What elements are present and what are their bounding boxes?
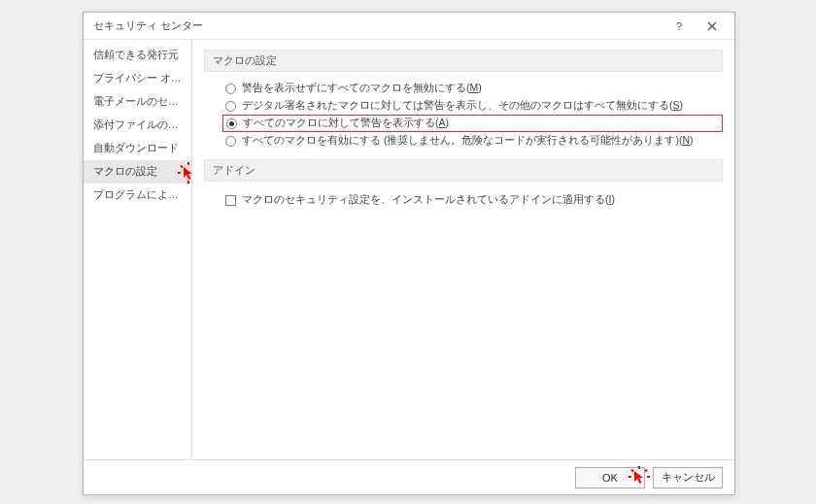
sidebar-item-email-security[interactable]: 電子メールのセキュリティ — [84, 90, 191, 114]
annotation-cursor-ok — [629, 466, 650, 487]
svg-rect-15 — [644, 468, 648, 472]
content-pane: マクロの設定 警告を表示せずにすべてのマクロを無効にする(M) デジタル署名され… — [192, 40, 734, 459]
help-button[interactable]: ? — [663, 14, 696, 39]
close-button[interactable] — [696, 14, 729, 39]
sidebar-item-attachment-handling[interactable]: 添付ファイルの取り扱い — [84, 114, 191, 137]
sidebar-item-macro-settings[interactable]: マクロの設定 — [84, 160, 191, 184]
macro-option-disable-no-warn[interactable]: 警告を表示せずにすべてのマクロを無効にする(M) — [225, 80, 723, 97]
svg-rect-11 — [638, 466, 640, 469]
svg-rect-4 — [187, 162, 189, 165]
sidebar-item-privacy-options[interactable]: プライバシー オプション — [84, 67, 191, 90]
ok-button-label: OK — [602, 472, 618, 484]
close-icon — [707, 21, 717, 31]
titlebar: セキュリティ センター ? — [84, 13, 734, 40]
dialog-body: 信頼できる発行元 プライバシー オプション 電子メールのセキュリティ 添付ファイ… — [84, 40, 734, 459]
macro-section-title: マクロの設定 — [204, 50, 723, 72]
sidebar-item-label: 添付ファイルの取り扱い — [93, 118, 191, 130]
radio-icon — [226, 118, 237, 129]
cancel-button-label: キャンセル — [662, 470, 715, 485]
sidebar-item-label: 電子メールのセキュリティ — [93, 95, 191, 107]
svg-marker-10 — [634, 471, 643, 484]
sidebar-item-trusted-publishers[interactable]: 信頼できる発行元 — [84, 44, 191, 67]
sidebar-item-automatic-download[interactable]: 自動ダウンロード — [84, 137, 191, 160]
sidebar-item-label: 信頼できる発行元 — [93, 49, 179, 60]
sidebar: 信頼できる発行元 プライバシー オプション 電子メールのセキュリティ 添付ファイ… — [84, 40, 192, 459]
radio-icon — [225, 84, 236, 94]
radio-icon — [225, 101, 236, 112]
help-icon: ? — [674, 20, 684, 32]
cancel-button[interactable]: キャンセル — [653, 467, 723, 488]
radio-icon — [225, 136, 236, 147]
ok-button[interactable]: OK — [575, 467, 645, 488]
macro-option-signed-only[interactable]: デジタル署名されたマクロに対しては警告を表示し、その他のマクロはすべて無効にする… — [225, 97, 723, 115]
radio-label: デジタル署名されたマクロに対しては警告を表示し、その他のマクロはすべて無効にする… — [242, 99, 683, 113]
sidebar-item-label: プログラムによるアクセス — [93, 188, 191, 200]
sidebar-item-label: 自動ダウンロード — [93, 142, 179, 153]
sidebar-item-label: プライバシー オプション — [93, 72, 191, 84]
sidebar-item-programmatic-access[interactable]: プログラムによるアクセス — [84, 184, 191, 207]
addin-check-group: マクロのセキュリティ設定を、インストールされているアドインに適用する(I) — [204, 187, 723, 217]
macro-option-warn-all[interactable]: すべてのマクロに対して警告を表示する(A) — [222, 115, 723, 132]
macro-radio-group: 警告を表示せずにすべてのマクロを無効にする(M) デジタル署名されたマクロに対し… — [204, 78, 723, 159]
dialog-title: セキュリティ センター — [93, 18, 663, 33]
security-center-dialog: セキュリティ センター ? 信頼できる発行元 プライバシー オプション 電子メー… — [83, 12, 735, 495]
checkbox-label: マクロのセキュリティ設定を、インストールされているアドインに適用する(I) — [242, 193, 615, 207]
radio-label: すべてのマクロを有効にする (推奨しません。危険なコードが実行される可能性があり… — [242, 134, 694, 148]
radio-label: 警告を表示せずにすべてのマクロを無効にする(M) — [242, 82, 482, 95]
svg-rect-8 — [180, 165, 184, 169]
checkbox-icon — [225, 195, 236, 206]
svg-text:?: ? — [676, 20, 682, 32]
radio-label: すべてのマクロに対して警告を表示する(A) — [243, 117, 449, 130]
sidebar-item-label: マクロの設定 — [93, 165, 157, 177]
addin-apply-macro-security-checkbox[interactable]: マクロのセキュリティ設定を、インストールされているアドインに適用する(I) — [225, 193, 723, 207]
svg-rect-14 — [630, 468, 634, 472]
svg-rect-6 — [178, 172, 181, 174]
dialog-footer: OK キャンセル — [84, 459, 734, 494]
svg-rect-12 — [629, 476, 631, 478]
svg-rect-13 — [647, 476, 650, 478]
annotation-cursor-sidebar — [178, 162, 191, 184]
addin-section-title: アドイン — [204, 159, 723, 182]
macro-option-enable-all[interactable]: すべてのマクロを有効にする (推奨しません。危険なコードが実行される可能性があり… — [225, 132, 723, 150]
svg-marker-3 — [184, 167, 191, 180]
